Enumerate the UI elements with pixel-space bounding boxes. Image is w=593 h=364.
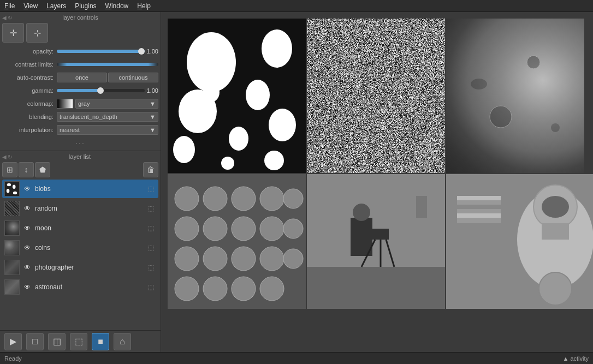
svg-point-21 — [175, 187, 199, 211]
svg-point-2 — [13, 185, 16, 189]
gamma-slider[interactable] — [57, 89, 145, 92]
canvas-area[interactable] — [161, 12, 593, 352]
layer-row[interactable]: 👁 blobs ⬚ — [2, 180, 158, 198]
controls-refresh-icon[interactable]: ↻ — [8, 15, 12, 21]
colormap-value: gray — [78, 100, 90, 107]
svg-point-38 — [232, 277, 256, 301]
layer-type-icon: ⬚ — [145, 242, 156, 253]
select-tool-button[interactable]: ⊹ — [26, 23, 48, 43]
svg-point-13 — [264, 151, 284, 170]
opacity-row: opacity: 1.00 — [2, 46, 158, 57]
activity-link[interactable]: ▲ activity — [562, 355, 589, 362]
layer-list-section: ◀ ↻ layer list ⊞ ↕ ⬟ 🗑 — [0, 151, 161, 330]
layer-visibility-toggle[interactable]: 👁 — [22, 282, 33, 293]
layer-tool-buttons: ✛ ⊹ — [2, 23, 158, 43]
layer-list-refresh-icon[interactable]: ↻ — [8, 154, 12, 160]
svg-rect-58 — [542, 223, 569, 240]
coins-image — [168, 174, 306, 309]
contrast-row: contrast limits: — [2, 59, 158, 70]
menu-window[interactable]: Window — [101, 1, 133, 11]
layer-name: random — [35, 205, 145, 212]
layer-name: photographer — [35, 264, 145, 271]
menu-layers[interactable]: Layers — [42, 1, 70, 11]
layer-controls-section: ◀ ↻ layer controls ✛ ⊹ opacity: 1.00 — [0, 12, 161, 151]
menu-help[interactable]: Help — [133, 1, 155, 11]
opacity-slider[interactable] — [57, 50, 145, 53]
auto-contrast-label: auto-contrast: — [2, 74, 57, 81]
layer-type-icon: ⬚ — [145, 183, 156, 194]
svg-point-14 — [221, 157, 234, 170]
gamma-value: 1.00 — [147, 87, 158, 94]
svg-point-16 — [527, 56, 540, 69]
shape-layer-button[interactable]: ⬟ — [35, 162, 50, 177]
controls-collapse-icon[interactable]: ◀ — [2, 15, 7, 21]
once-button[interactable]: once — [57, 73, 107, 82]
layer-thumbnail — [4, 240, 20, 255]
blobs-image — [168, 19, 306, 173]
svg-point-31 — [175, 247, 199, 271]
layer-visibility-toggle[interactable]: 👁 — [22, 242, 33, 253]
svg-point-43 — [353, 204, 370, 221]
layer-visibility-toggle[interactable]: 👁 — [22, 223, 33, 234]
svg-point-62 — [539, 272, 572, 305]
svg-point-3 — [7, 189, 10, 193]
svg-point-12 — [173, 136, 195, 163]
menu-file[interactable]: File — [0, 1, 19, 11]
contrast-slider[interactable] — [57, 63, 158, 66]
layer-row[interactable]: 👁 random ⬚ — [2, 199, 158, 218]
ready-status: Ready — [4, 355, 22, 362]
layer-name: blobs — [35, 185, 145, 193]
interpolation-arrow-icon: ▼ — [150, 127, 156, 133]
svg-point-25 — [283, 189, 303, 208]
blending-dropdown[interactable]: translucent_no_depth ▼ — [57, 112, 158, 122]
square-button[interactable]: □ — [26, 333, 44, 350]
blending-row: blending: translucent_no_depth ▼ — [2, 111, 158, 122]
svg-point-34 — [260, 247, 284, 271]
move-tool-button[interactable]: ✛ — [2, 23, 24, 43]
layer-visibility-toggle[interactable]: 👁 — [22, 203, 33, 214]
gamma-label: gamma: — [2, 87, 57, 94]
more-options-indicator: ··· — [2, 138, 158, 148]
layer-type-icon: ⬚ — [145, 282, 156, 293]
layer-row[interactable]: 👁 coins ⬚ — [2, 238, 158, 257]
svg-point-35 — [283, 249, 303, 268]
frame-button[interactable]: ⬚ — [70, 333, 87, 350]
svg-point-17 — [490, 106, 512, 128]
layer-row[interactable]: 👁 moon ⬚ — [2, 219, 158, 237]
delete-layer-button[interactable]: 🗑 — [143, 162, 158, 177]
noise-canvas — [307, 19, 445, 173]
layer-name: astronaut — [35, 283, 145, 291]
layer-visibility-toggle[interactable]: 👁 — [22, 183, 33, 194]
menu-plugins[interactable]: Plugins — [70, 1, 100, 11]
layer-visibility-toggle[interactable]: 👁 — [22, 262, 33, 273]
svg-point-18 — [551, 123, 560, 132]
svg-point-39 — [260, 277, 284, 301]
photographer-image — [307, 174, 445, 309]
colormap-selector: gray ▼ — [57, 99, 158, 109]
colormap-dropdown[interactable]: gray ▼ — [75, 99, 158, 109]
menu-bar: File View Layers Plugins Window Help — [0, 0, 593, 12]
move-layer-button[interactable]: ↕ — [19, 162, 34, 177]
blending-arrow-icon: ▼ — [150, 114, 156, 120]
layer-thumbnail — [4, 279, 20, 295]
interpolation-dropdown[interactable]: nearest ▼ — [57, 125, 158, 135]
console-button[interactable]: ▶ — [4, 333, 22, 350]
layer-row[interactable]: 👁 photographer ⬚ — [2, 258, 158, 277]
layer-list-collapse-icon[interactable]: ◀ — [2, 154, 7, 160]
home-button[interactable]: ⌂ — [114, 333, 131, 350]
layer-type-icon: ⬚ — [145, 223, 156, 234]
layer-controls-title: layer controls — [13, 14, 147, 21]
svg-point-37 — [203, 277, 227, 301]
svg-point-19 — [471, 79, 487, 89]
menu-view[interactable]: View — [19, 1, 42, 11]
svg-point-27 — [203, 217, 227, 241]
svg-point-36 — [175, 277, 199, 301]
fill-button[interactable]: ■ — [92, 333, 109, 350]
continuous-button[interactable]: continuous — [108, 73, 158, 82]
svg-point-23 — [232, 187, 256, 211]
layer-type-icon: ⬚ — [145, 203, 156, 214]
layer-row[interactable]: 👁 astronaut ⬚ — [2, 278, 158, 296]
grid-view-button[interactable]: ⊞ — [2, 162, 17, 177]
svg-point-32 — [203, 247, 227, 271]
box-button[interactable]: ◫ — [48, 333, 66, 350]
